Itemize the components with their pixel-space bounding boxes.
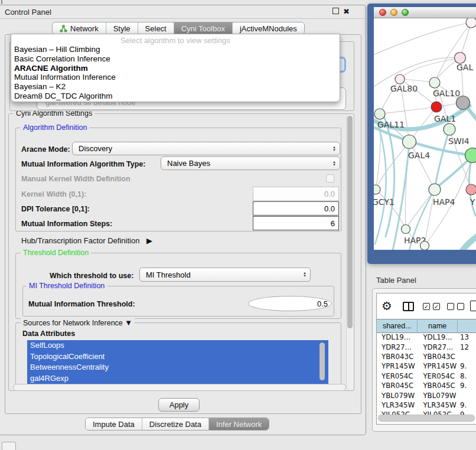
data-attribute-item[interactable]: SelfLoops [27, 340, 328, 351]
network-edge[interactable] [435, 22, 471, 83]
network-node-gal[interactable] [455, 53, 466, 64]
network-node-gal11[interactable] [374, 109, 385, 119]
tab-style[interactable]: Style [106, 22, 138, 34]
zoom-window-icon[interactable] [402, 9, 409, 16]
column-visibility-icon[interactable] [403, 302, 414, 311]
tab-jactivemnodules-label: jActiveMNodules [240, 24, 297, 33]
network-node-hap2[interactable] [402, 225, 410, 234]
screen: Control Panel ✖ Network Style Select Cyn… [0, 0, 476, 450]
algorithm-popup-item[interactable]: Bayesian – K2 [11, 82, 340, 92]
data-attribute-item[interactable]: BetweennessCentrality [27, 362, 328, 373]
tab-impute-data[interactable]: Impute Data [86, 418, 142, 430]
column-header-partial[interactable] [458, 319, 476, 332]
table-body[interactable]: YDL19...YDL19...13YDR27...YDR27...12YBR0… [377, 332, 476, 420]
network-edge-highlighted[interactable] [462, 233, 476, 250]
control-panel-title: Control Panel [5, 8, 51, 17]
checked-checkbox-icon[interactable]: ✓ [433, 303, 440, 310]
network-edge[interactable] [374, 22, 471, 56]
column-header-name[interactable]: name [418, 319, 458, 332]
algorithm-popup-item[interactable]: Mutual Information Inference [11, 73, 340, 82]
network-node-gal1[interactable] [431, 102, 442, 112]
mi-type-combo[interactable]: Naive Bayes ▲▼ [161, 156, 340, 170]
apply-button[interactable]: Apply [158, 398, 200, 412]
mi-type-value: Naive Bayes [167, 159, 210, 168]
table-row[interactable]: YLR345WYLR345W9. [377, 400, 476, 410]
aracne-mode-combo[interactable]: Discovery ▲▼ [72, 142, 340, 155]
network-node[interactable] [465, 148, 476, 163]
mi-type-label: Mutual Information Algorithm Type: [21, 160, 145, 168]
close-icon[interactable]: ✖ [343, 8, 350, 15]
tab-infer-network[interactable]: Infer Network [209, 418, 269, 430]
tab-discretize-data-label: Discretize Data [149, 420, 201, 429]
tab-impute-data-label: Impute Data [93, 420, 135, 429]
network-window-titlebar[interactable] [374, 7, 476, 18]
network-node-gal4[interactable] [403, 135, 416, 149]
network-node-label: HAP4 [433, 197, 455, 207]
network-node-y[interactable] [466, 184, 476, 195]
network-node-hap4[interactable] [429, 184, 441, 195]
algorithm-popup-item[interactable]: Dream8 DC_TDC Algorithm [11, 92, 340, 101]
network-node-gcy1[interactable] [374, 185, 380, 194]
settings-hscrollbar[interactable] [13, 384, 346, 391]
tab-discretize-data[interactable]: Discretize Data [142, 418, 209, 430]
table-panel-title: Table Panel [376, 276, 416, 285]
network-node[interactable] [420, 242, 429, 250]
new-table-doc-icon[interactable] [470, 301, 476, 311]
settings-scrollbar-thumb[interactable] [347, 116, 353, 328]
table-row[interactable]: YBL079WYBL079W [377, 390, 476, 400]
network-canvas[interactable]: GALGAL80GAL10GAL1GAL11SWI4GAL4GCY1HAP4YH… [374, 18, 476, 250]
network-node-swi4[interactable] [444, 123, 455, 135]
kernel-width-field[interactable]: 0.0 [253, 187, 339, 201]
tab-network[interactable]: Network [53, 22, 106, 34]
close-window-icon[interactable] [379, 9, 386, 16]
attributes-scrollbar-thumb[interactable] [319, 343, 325, 380]
table-row[interactable]: YPR145WYPR145W9. [377, 361, 476, 371]
dpi-tolerance-field[interactable]: 0.0 [253, 201, 339, 216]
which-threshold-combo[interactable]: MI Threshold ▲▼ [139, 268, 311, 282]
tab-jactivemnodules[interactable]: jActiveMNodules [233, 22, 304, 34]
mi-steps-field[interactable]: 6 [253, 216, 339, 230]
network-edge-highlighted[interactable] [435, 129, 449, 190]
network-node[interactable] [466, 18, 476, 28]
threshold-definition-title: Threshold Definition [21, 249, 91, 257]
manual-kernel-checkbox[interactable] [326, 174, 334, 182]
table-row[interactable]: YBR043CYBR043C [377, 352, 476, 361]
algorithm-popup-item[interactable]: Basic Correlation Inference [11, 54, 340, 64]
network-node[interactable] [457, 96, 470, 110]
network-node-label: SWI4 [448, 136, 470, 146]
tab-cyni-toolbox[interactable]: Cyni Toolbox [174, 22, 233, 34]
table-hscrollbar[interactable] [378, 415, 475, 422]
network-edge[interactable] [400, 58, 460, 79]
tab-select[interactable]: Select [138, 22, 174, 34]
sources-group-title[interactable]: Sources for Network Inference ▼ [21, 318, 135, 327]
checked-checkbox-icon[interactable]: ✓ [423, 303, 430, 310]
unchecked-checkbox-icon[interactable] [447, 303, 454, 310]
algorithm-popup-item[interactable]: Bayesian – Hill Climbing [11, 45, 340, 54]
data-attribute-item[interactable]: TopologicalCoefficient [27, 351, 328, 363]
combo-stepper-icon: ▲▼ [303, 272, 307, 278]
network-node-label: GAL11 [377, 120, 405, 129]
minimized-panel-button[interactable] [2, 442, 16, 450]
table-cell: 8. [458, 372, 476, 380]
network-node-gal10[interactable] [429, 77, 440, 88]
table-row[interactable]: YDR27...YDR27...12 [377, 342, 476, 351]
column-header-shared[interactable]: shared... [377, 319, 418, 332]
network-node-label: GAL1 [434, 114, 456, 123]
float-icon[interactable] [332, 8, 339, 14]
hub-definition-toggle[interactable]: Hub/Transcription Factor Definition ▶ [21, 236, 152, 245]
data-attributes-list[interactable]: SelfLoopsTopologicalCoefficientBetweenne… [27, 340, 328, 385]
minimize-window-icon[interactable] [390, 9, 397, 16]
network-edge[interactable] [380, 107, 436, 114]
table-cell: 9. [458, 381, 476, 390]
network-edge[interactable] [406, 190, 435, 229]
which-threshold-label: Which threshold to use: [50, 272, 133, 280]
network-node-gal80[interactable] [395, 74, 405, 84]
table-row[interactable]: YDL19...YDL19...13 [377, 332, 476, 342]
mi-threshold-field[interactable]: 0.5 [248, 296, 332, 311]
table-row[interactable]: YER054CYER054C8. [377, 371, 476, 381]
unchecked-checkbox-icon[interactable] [457, 303, 464, 310]
table-row[interactable]: YBR045CYBR045C9. [377, 381, 476, 390]
table-settings-gear-icon[interactable]: ⚙ [382, 300, 392, 312]
data-attribute-item[interactable]: gal4RGexp [27, 373, 328, 384]
algorithm-popup-item[interactable]: ARACNE Algorithm [11, 64, 340, 73]
